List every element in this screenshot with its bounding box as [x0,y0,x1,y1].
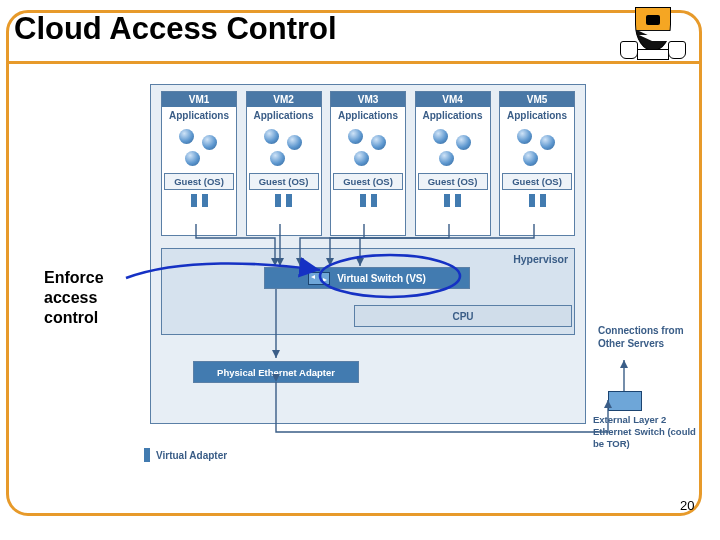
hypervisor-box: Hypervisor Virtual Switch (VS) CPU [161,248,575,335]
vm-apps-icon [331,121,405,171]
legend-virtual-adapter: Virtual Adapter [156,450,227,461]
external-switch-icon [608,391,642,411]
annotation-text: Enforce access control [44,268,124,328]
university-logo [620,7,684,69]
vm-title: VM3 [331,92,405,107]
vm-title: VM1 [162,92,236,107]
physical-adapter-label: Physical Ethernet Adapter [217,367,335,378]
vm-box: VM2 Applications Guest (OS) [246,91,322,236]
virtual-adapter-icon [202,194,208,207]
architecture-diagram: VM1 Applications Guest (OS) VM2 Applicat… [150,84,584,422]
virtual-adapter-icon [371,194,377,207]
vm-virtual-adapters [331,194,405,216]
vm-box: VM5 Applications Guest (OS) [499,91,575,236]
logo-plaque [637,49,669,60]
physical-adapter-box: Physical Ethernet Adapter [193,361,359,383]
logo-shield-icon [635,7,671,51]
vm-apps-label: Applications [416,107,490,121]
vm-box: VM4 Applications Guest (OS) [415,91,491,236]
title-divider [7,61,701,64]
cpu-box: CPU [354,305,572,327]
vm-row: VM1 Applications Guest (OS) VM2 Applicat… [161,91,575,236]
vm-box: VM3 Applications Guest (OS) [330,91,406,236]
vm-box: VM1 Applications Guest (OS) [161,91,237,236]
virtual-adapter-icon [455,194,461,207]
vm-virtual-adapters [162,194,236,216]
vm-apps-label: Applications [162,107,236,121]
vm-apps-label: Applications [500,107,574,121]
vm-title: VM4 [416,92,490,107]
virtual-adapter-icon [191,194,197,207]
virtual-adapter-icon [529,194,535,207]
vm-apps-icon [500,121,574,171]
virtual-adapter-icon [144,448,150,462]
virtual-adapter-icon [360,194,366,207]
logo-chevrons-icon [639,31,691,37]
virtual-adapter-icon [444,194,450,207]
switch-icon [308,272,330,285]
vm-apps-icon [416,121,490,171]
external-switch-label: External Layer 2 Ethernet Switch (could … [593,414,705,450]
vm-apps-icon [162,121,236,171]
vm-apps-icon [247,121,321,171]
vm-apps-label: Applications [331,107,405,121]
virtual-adapter-icon [275,194,281,207]
virtual-adapter-icon [286,194,292,207]
logo-lion-right-icon [668,41,686,59]
cpu-label: CPU [452,311,473,322]
slide-title: Cloud Access Control [14,11,337,47]
vm-virtual-adapters [247,194,321,216]
hypervisor-label: Hypervisor [513,253,568,265]
vm-virtual-adapters [416,194,490,216]
logo-lion-left-icon [620,41,638,59]
vm-guest-label: Guest (OS) [164,173,234,190]
page-number: 20 [680,498,694,513]
legend: Virtual Adapter [144,448,227,462]
vm-title: VM2 [247,92,321,107]
vm-guest-label: Guest (OS) [333,173,403,190]
connections-label: Connections from Other Servers [598,324,698,350]
vm-guest-label: Guest (OS) [249,173,319,190]
virtual-switch-label: Virtual Switch (VS) [337,273,426,284]
virtual-switch-box: Virtual Switch (VS) [264,267,470,289]
vm-guest-label: Guest (OS) [418,173,488,190]
vm-guest-label: Guest (OS) [502,173,572,190]
host-box: VM1 Applications Guest (OS) VM2 Applicat… [150,84,586,424]
vm-title: VM5 [500,92,574,107]
vm-apps-label: Applications [247,107,321,121]
virtual-adapter-icon [540,194,546,207]
vm-virtual-adapters [500,194,574,216]
